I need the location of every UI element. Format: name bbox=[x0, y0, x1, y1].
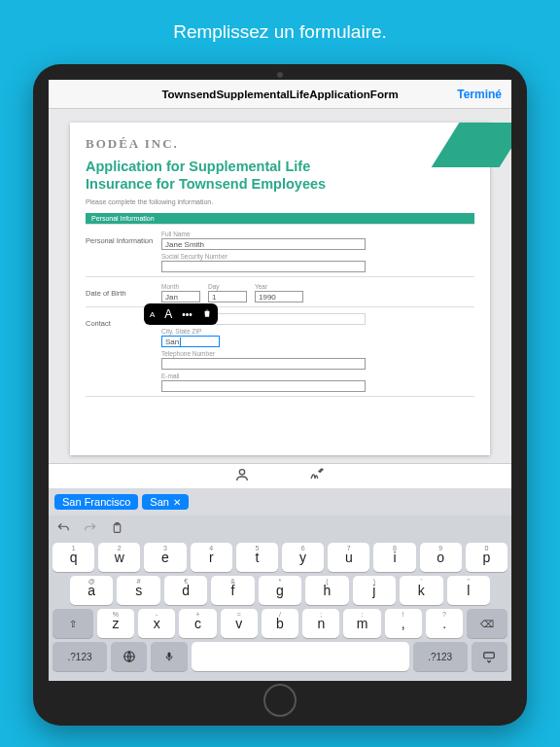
key-d[interactable]: €d bbox=[164, 576, 207, 605]
dictation-key[interactable] bbox=[151, 642, 187, 671]
key-u[interactable]: 7u bbox=[328, 543, 369, 572]
trash-icon bbox=[202, 308, 212, 318]
form-title: Application for Supplemental Life Insura… bbox=[86, 158, 474, 193]
keyboard-row: ⇧ %z-x+c=v/b;n:m!,?. ⌫ bbox=[52, 609, 508, 638]
font-decrease-button[interactable]: A bbox=[150, 310, 155, 319]
dob-month-field[interactable]: Jan bbox=[161, 291, 200, 302]
key-e[interactable]: 3e bbox=[144, 543, 186, 572]
keyboard-row: @a#s€d&f*g(h)j'k"l bbox=[52, 576, 508, 605]
row-dob: Date of Birth MonthJan Day1 Year1990 bbox=[86, 276, 474, 306]
full-name-field[interactable]: Jane Smith bbox=[161, 238, 366, 250]
form-subnote: Please complete the following informatio… bbox=[86, 198, 474, 205]
suggestion-chip[interactable]: San✕ bbox=[142, 494, 189, 510]
section-header: Personal Information bbox=[86, 213, 474, 224]
row-personal-info: Personal Information Full Name Jane Smit… bbox=[86, 224, 474, 276]
slide-tagline: Remplissez un formulaire. bbox=[173, 21, 387, 43]
backspace-key[interactable]: ⌫ bbox=[467, 609, 508, 638]
key-o[interactable]: 9o bbox=[420, 543, 462, 572]
text-caret bbox=[180, 338, 181, 346]
dob-year-field[interactable]: 1990 bbox=[255, 291, 303, 302]
signature-icon bbox=[308, 467, 326, 482]
key-l[interactable]: "l bbox=[447, 576, 490, 605]
keyboard-toolbar bbox=[52, 519, 508, 543]
telephone-field[interactable] bbox=[161, 358, 366, 370]
fill-sign-toolbar bbox=[49, 463, 511, 488]
key-f[interactable]: &f bbox=[211, 576, 254, 605]
numbers-key[interactable]: .?123 bbox=[413, 642, 468, 671]
done-button[interactable]: Terminé bbox=[457, 88, 502, 101]
undo-button[interactable] bbox=[56, 521, 70, 539]
key-x[interactable]: -x bbox=[138, 609, 175, 638]
key-p[interactable]: 0p bbox=[466, 543, 508, 572]
tablet-frame: TownsendSupplementalLifeApplicationForm … bbox=[33, 64, 527, 726]
key-.[interactable]: ?. bbox=[426, 609, 463, 638]
text-style-popup: A A ••• bbox=[144, 303, 218, 325]
undo-icon bbox=[56, 521, 70, 535]
svg-rect-5 bbox=[484, 653, 495, 658]
svg-point-0 bbox=[239, 469, 244, 474]
svg-rect-4 bbox=[167, 653, 170, 658]
delete-annotation-button[interactable] bbox=[202, 308, 212, 320]
key-k[interactable]: 'k bbox=[400, 576, 442, 605]
key-w[interactable]: 2w bbox=[98, 543, 140, 572]
person-icon bbox=[234, 467, 250, 482]
navbar-title: TownsendSupplementalLifeApplicationForm bbox=[161, 89, 398, 100]
app-store-slide: Remplissez un formulaire. TownsendSupple… bbox=[0, 0, 560, 747]
key-v[interactable]: =v bbox=[221, 609, 258, 638]
document-navbar: TownsendSupplementalLifeApplicationForm … bbox=[49, 80, 511, 109]
more-options-button[interactable]: ••• bbox=[182, 309, 192, 320]
pdf-page: BODÉA INC. Application for Supplemental … bbox=[70, 123, 490, 455]
key-a[interactable]: @a bbox=[70, 576, 113, 605]
hide-keyboard-key[interactable] bbox=[472, 642, 508, 671]
globe-key[interactable] bbox=[111, 642, 147, 671]
key-h[interactable]: (h bbox=[305, 576, 348, 605]
row-contact: Contact City, State ZIP San Telephone Nu… bbox=[86, 306, 474, 397]
clipboard-button[interactable] bbox=[111, 521, 123, 539]
company-brand: BODÉA INC. bbox=[86, 136, 474, 152]
suggestion-chip[interactable]: San Francisco bbox=[54, 494, 138, 510]
clipboard-icon bbox=[111, 521, 123, 535]
tablet-screen: TownsendSupplementalLifeApplicationForm … bbox=[49, 80, 511, 681]
key-c[interactable]: +c bbox=[179, 609, 216, 638]
signature-tool-button[interactable] bbox=[308, 467, 326, 486]
microphone-icon bbox=[163, 650, 175, 663]
email-field[interactable] bbox=[161, 380, 366, 392]
font-increase-button[interactable]: A bbox=[164, 307, 172, 321]
document-viewport[interactable]: BODÉA INC. Application for Supplemental … bbox=[49, 109, 511, 463]
keyboard-icon bbox=[481, 650, 497, 663]
key-r[interactable]: 4r bbox=[191, 543, 232, 572]
redo-button[interactable] bbox=[84, 521, 97, 539]
home-button[interactable] bbox=[263, 684, 297, 717]
city-field[interactable]: San bbox=[161, 336, 220, 347]
key-j[interactable]: )j bbox=[353, 576, 396, 605]
ssn-field[interactable] bbox=[161, 261, 366, 272]
key-z[interactable]: %z bbox=[97, 609, 134, 638]
close-icon[interactable]: ✕ bbox=[173, 497, 181, 508]
numbers-key[interactable]: .?123 bbox=[52, 642, 107, 671]
dob-day-field[interactable]: 1 bbox=[208, 291, 247, 302]
redo-icon bbox=[84, 521, 97, 535]
key-b[interactable]: /b bbox=[262, 609, 298, 638]
key-s[interactable]: #s bbox=[117, 576, 159, 605]
key-y[interactable]: 6y bbox=[282, 543, 324, 572]
keyboard-row: .?123 .?123 bbox=[52, 642, 508, 671]
profile-tool-button[interactable] bbox=[234, 467, 250, 486]
autocomplete-bar: San Francisco San✕ bbox=[49, 488, 511, 516]
shift-key[interactable]: ⇧ bbox=[52, 609, 93, 638]
key-n[interactable]: ;n bbox=[302, 609, 339, 638]
globe-icon bbox=[122, 650, 136, 663]
key-i[interactable]: 8i bbox=[373, 543, 415, 572]
onscreen-keyboard: 1q2w3e4r5t6y7u8i9o0p @a#s€d&f*g(h)j'k"l … bbox=[49, 516, 511, 681]
key-g[interactable]: *g bbox=[259, 576, 301, 605]
space-key[interactable] bbox=[192, 642, 409, 671]
key-t[interactable]: 5t bbox=[236, 543, 278, 572]
keyboard-row: 1q2w3e4r5t6y7u8i9o0p bbox=[52, 543, 508, 572]
key-m[interactable]: :m bbox=[343, 609, 380, 638]
key-q[interactable]: 1q bbox=[52, 543, 94, 572]
key-,[interactable]: !, bbox=[385, 609, 422, 638]
